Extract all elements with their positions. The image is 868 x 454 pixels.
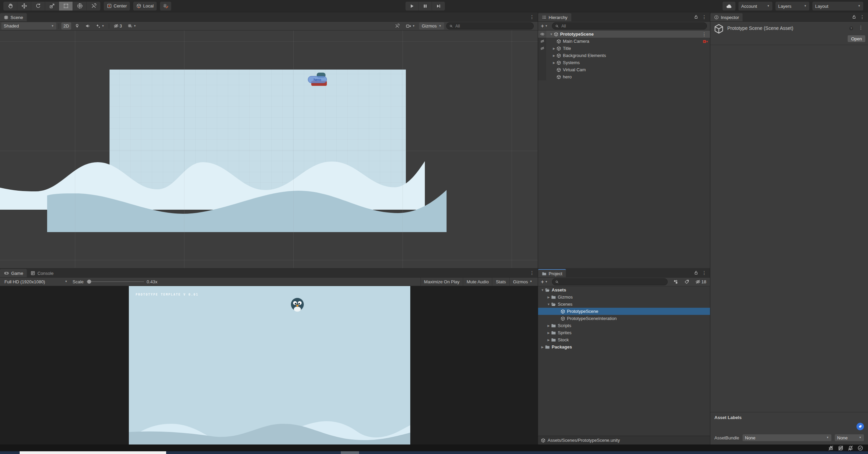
transform-tool-button[interactable] (73, 2, 87, 11)
hierarchy-row-systems[interactable]: ▶ Systems (538, 59, 710, 66)
visibility-toggle[interactable] (538, 38, 546, 45)
project-row-scenes[interactable]: ▼ Scenes (538, 301, 710, 308)
progress-check-icon[interactable] (857, 445, 863, 451)
scene-search-input[interactable] (455, 23, 531, 29)
inspector-context-menu-icon[interactable]: ⋮ (857, 25, 865, 30)
layout-dropdown[interactable]: Layout▼ (812, 2, 863, 11)
project-row-gizmos[interactable]: ▶ Gizmos (538, 294, 710, 301)
lock-icon[interactable] (694, 15, 698, 19)
orientation-toggle-button[interactable]: Local (133, 2, 157, 11)
scene-visibility-toggle[interactable]: 3 (112, 22, 124, 30)
scene-gizmos-dropdown[interactable]: Gizmos▼ (419, 22, 444, 30)
step-button[interactable] (432, 2, 445, 11)
hierarchy-row-virtual-cam[interactable]: Virtual Cam (538, 66, 710, 73)
expand-arrow-icon[interactable]: ▶ (540, 345, 545, 349)
move-tool-button[interactable] (17, 2, 31, 11)
expand-arrow-icon[interactable]: ▶ (546, 324, 551, 327)
project-row-assets[interactable]: ▼ Assets (538, 286, 710, 294)
project-create-dropdown[interactable]: +▼ (540, 278, 549, 285)
scene-camera-tools-button[interactable] (393, 22, 402, 30)
hierarchy-panel-menu-icon[interactable]: ⋮ (701, 14, 708, 20)
scene-search[interactable] (446, 22, 534, 30)
search-by-label-button[interactable] (682, 278, 691, 285)
expand-arrow-icon[interactable]: ▼ (540, 288, 545, 292)
scale-slider-thumb[interactable] (87, 280, 91, 284)
hierarchy-row-title[interactable]: ▶ Title (538, 45, 710, 52)
scene-audio-toggle[interactable] (83, 22, 92, 30)
open-button[interactable]: Open (848, 35, 865, 42)
project-row-prototypescene[interactable]: PrototypeScene (538, 308, 710, 315)
scene-context-menu-icon[interactable]: ⋮ (701, 32, 708, 37)
mute-audio-toggle[interactable]: Mute Audio (463, 278, 492, 286)
game-panel-menu-icon[interactable]: ⋮ (528, 270, 536, 276)
scene-viewport[interactable]: hero (0, 31, 538, 268)
hierarchy-row-scene-root[interactable]: ▼ PrototypeScene ⋮ (538, 31, 710, 38)
assetbundle-dropdown[interactable]: None▼ (743, 434, 831, 441)
hierarchy-search-input[interactable] (561, 23, 704, 29)
lock-icon[interactable] (852, 15, 856, 19)
notifications-disabled-icon[interactable] (848, 445, 853, 451)
scene-panel-menu-icon[interactable]: ⋮ (528, 14, 536, 20)
project-panel-menu-icon[interactable]: ⋮ (701, 270, 708, 276)
shading-mode-dropdown[interactable]: Shaded▼ (1, 22, 56, 30)
hierarchy-row-background-elements[interactable]: ▶ Background Elements (538, 52, 710, 59)
account-dropdown[interactable]: Account▼ (738, 2, 772, 11)
cache-server-disabled-icon[interactable] (838, 445, 844, 451)
game-gizmos-dropdown[interactable]: Gizmos▼ (509, 278, 536, 286)
add-asset-label-button[interactable] (856, 423, 864, 430)
scene-grid-settings-dropdown[interactable]: Y ▼ (125, 22, 138, 30)
expand-arrow-icon[interactable]: ▶ (552, 61, 556, 64)
pivot-toggle-button[interactable]: Center (104, 2, 130, 11)
pause-button[interactable] (419, 2, 432, 11)
hierarchy-row-hero[interactable]: hero (538, 73, 710, 80)
resolution-dropdown[interactable]: Full HD (1920x1080)▼ (2, 278, 70, 285)
project-row-scripts[interactable]: ▶ Scripts (538, 322, 710, 329)
expand-arrow-icon[interactable]: ▶ (546, 338, 551, 342)
expand-arrow-icon[interactable]: ▼ (549, 33, 554, 36)
tab-scene[interactable]: Scene (0, 13, 27, 21)
inspector-panel-menu-icon[interactable]: ⋮ (859, 14, 866, 20)
scene-camera-dropdown[interactable]: ▼ (404, 22, 417, 30)
tab-inspector[interactable]: Inspector (710, 13, 743, 21)
assetbundle-variant-dropdown[interactable]: None▼ (835, 434, 864, 441)
tab-game[interactable]: Game (0, 269, 27, 277)
tab-project[interactable]: Project (538, 269, 566, 277)
cloud-services-button[interactable] (723, 2, 735, 11)
search-by-type-button[interactable] (671, 278, 680, 285)
hierarchy-row-main-camera[interactable]: Main Camera (538, 38, 710, 45)
game-render-area[interactable]: PROTOTYPE TEMPLATE V 0.01 (129, 286, 410, 444)
debugger-disabled-icon[interactable] (828, 445, 834, 451)
play-button[interactable] (406, 2, 419, 11)
project-row-sprites[interactable]: ▶ Sprites (538, 329, 710, 336)
maximize-on-play-toggle[interactable]: Maximize On Play (420, 278, 463, 286)
expand-arrow-icon[interactable]: ▶ (546, 296, 551, 299)
project-row-stock[interactable]: ▶ Stock (538, 336, 710, 343)
expand-arrow-icon[interactable]: ▼ (546, 303, 551, 306)
rotate-tool-button[interactable] (31, 2, 45, 11)
stats-toggle[interactable]: Stats (492, 278, 509, 286)
layers-dropdown[interactable]: Layers▼ (775, 2, 809, 11)
project-row-prototypesceneinteration[interactable]: PrototypeSceneInteration (538, 315, 710, 322)
help-icon[interactable]: ? (849, 26, 854, 31)
expand-arrow-icon[interactable]: ▶ (552, 54, 556, 57)
project-row-packages[interactable]: ▶ Packages (538, 343, 710, 351)
grid-snap-button[interactable] (160, 2, 171, 11)
scene-lighting-toggle[interactable] (73, 22, 82, 30)
scene-visibility-toggle[interactable] (538, 31, 546, 38)
visibility-toggle[interactable] (538, 45, 546, 52)
expand-arrow-icon[interactable]: ▶ (552, 47, 556, 50)
lock-icon[interactable] (694, 270, 698, 275)
hierarchy-create-dropdown[interactable]: +▼ (540, 22, 549, 30)
hierarchy-search[interactable] (552, 22, 707, 30)
rect-tool-button[interactable] (59, 2, 73, 11)
project-search[interactable] (552, 278, 667, 285)
tab-console[interactable]: Console (27, 269, 57, 277)
tab-hierarchy[interactable]: Hierarchy (538, 13, 571, 21)
scale-tool-button[interactable] (45, 2, 59, 11)
project-search-input[interactable] (561, 279, 665, 285)
scale-slider[interactable] (86, 281, 144, 282)
scene-effects-dropdown[interactable]: ▼ (94, 22, 106, 30)
toggle-2d-button[interactable]: 2D (61, 22, 71, 30)
project-hidden-count-toggle[interactable]: 18 (693, 278, 708, 285)
hand-tool-button[interactable] (3, 2, 17, 11)
